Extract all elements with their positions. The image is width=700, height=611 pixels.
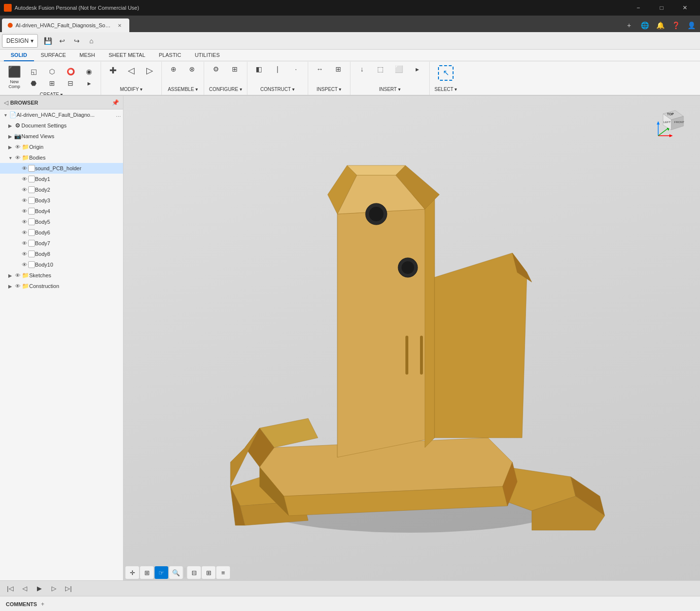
create-more-button[interactable]: ▸ xyxy=(80,78,98,89)
inspect-group-header[interactable]: INSPECT ▾ xyxy=(315,86,343,93)
configure-group-header[interactable]: CONFIGURE ▾ xyxy=(207,86,244,93)
browser-body2-item[interactable]: ▶ 👁 Body2 xyxy=(0,184,123,195)
configure-btn2[interactable]: ⊞ xyxy=(226,64,244,74)
body4-visibility-icon[interactable]: 👁 xyxy=(20,208,28,214)
bell-icon[interactable]: 🔔 xyxy=(653,18,667,32)
construct-point-button[interactable]: · xyxy=(287,64,305,74)
browser-body10-item[interactable]: ▶ 👁 Body10 xyxy=(0,259,123,270)
body5-visibility-icon[interactable]: 👁 xyxy=(20,219,28,225)
home-button[interactable]: ⌂ xyxy=(85,34,98,48)
inspect-measure-button[interactable]: ↔ xyxy=(311,64,329,74)
assemble-joint-button[interactable]: ⊕ xyxy=(165,64,182,74)
browser-sketches-item[interactable]: ▶ 👁 📁 Sketches xyxy=(0,270,123,281)
create-new-component-button[interactable]: ⬛ NewComp xyxy=(5,64,24,91)
viewport[interactable]: TOP LEFT FRONT ✛ ⊞ ☞ 🔍 ⊟ ⊞ ≡ xyxy=(123,96,700,580)
insert-group-header[interactable]: INSERT ▾ xyxy=(377,86,402,93)
globe-icon[interactable]: 🌐 xyxy=(638,18,651,32)
browser-body3-item[interactable]: ▶ 👁 Body3 xyxy=(0,195,123,206)
root-options-icon[interactable]: … xyxy=(116,112,121,118)
display-settings-button[interactable]: ≡ xyxy=(216,566,230,579)
body10-checkbox[interactable] xyxy=(28,261,35,268)
body2-visibility-icon[interactable]: 👁 xyxy=(20,187,28,193)
create-extrude-button[interactable]: ⬡ xyxy=(43,66,61,77)
minimize-button[interactable]: − xyxy=(627,0,649,16)
browser-body5-item[interactable]: ▶ 👁 Body5 xyxy=(0,216,123,227)
modify-press-pull-button[interactable]: ✚ xyxy=(104,64,122,77)
create-web-button[interactable]: ⊟ xyxy=(62,78,79,89)
inspect-interference-button[interactable]: ⊞ xyxy=(330,64,347,74)
timeline-end-button[interactable]: ▷| xyxy=(62,582,75,595)
body6-visibility-icon[interactable]: 👁 xyxy=(20,230,28,235)
look-at-tool-button[interactable]: ⊞ xyxy=(140,566,154,579)
tab-utilities[interactable]: UTILITIES xyxy=(188,50,227,61)
create-loft-button[interactable]: ⬣ xyxy=(25,78,42,89)
browser-body1-item[interactable]: ▶ 👁 Body1 xyxy=(0,174,123,184)
grid-display-button[interactable]: ⊞ xyxy=(202,566,215,579)
browser-construction-item[interactable]: ▶ 👁 📁 Construction xyxy=(0,281,123,291)
active-tab[interactable]: AI-driven_HVAC_Fault_Diagnosis_Sound_Ana… xyxy=(2,18,129,32)
origin-visibility-icon[interactable]: 👁 xyxy=(14,144,21,150)
construct-plane-button[interactable]: ◧ xyxy=(250,64,268,74)
browser-bodies-item[interactable]: ▾ 👁 📁 Bodies xyxy=(0,152,123,163)
insert-derive-button[interactable]: ↓ xyxy=(353,64,371,74)
body1-checkbox[interactable] xyxy=(28,176,35,182)
orbit-tool-button[interactable]: ✛ xyxy=(125,566,139,579)
view-cube-gizmo[interactable]: TOP LEFT FRONT xyxy=(648,102,692,145)
body4-checkbox[interactable] xyxy=(28,208,35,215)
body1-visibility-icon[interactable]: 👁 xyxy=(20,176,28,182)
modify-group-header[interactable]: MODIFY ▾ xyxy=(118,86,144,93)
browser-body7-item[interactable]: ▶ 👁 Body7 xyxy=(0,238,123,249)
timeline-prev-button[interactable]: ◁ xyxy=(18,582,31,595)
pan-tool-button[interactable]: ☞ xyxy=(155,566,168,579)
browser-collapse-button[interactable]: ◁ xyxy=(4,99,8,106)
zoom-tool-button[interactable]: 🔍 xyxy=(169,566,183,579)
select-button[interactable]: ↖ xyxy=(436,64,455,82)
new-tab-button[interactable]: + xyxy=(622,18,636,32)
create-group-header[interactable]: CREATE ▾ xyxy=(38,91,65,96)
body7-checkbox[interactable] xyxy=(28,240,35,247)
browser-pin-button[interactable]: 📌 xyxy=(112,99,119,106)
modify-fillet-button[interactable]: ◁ xyxy=(122,64,140,77)
close-button[interactable]: ✕ xyxy=(674,0,696,16)
create-rib-button[interactable]: ⊞ xyxy=(43,78,61,89)
timeline-play-button[interactable]: ▶ xyxy=(33,582,46,595)
browser-body8-item[interactable]: ▶ 👁 Body8 xyxy=(0,249,123,259)
user-icon[interactable]: 👤 xyxy=(684,18,698,32)
tab-mesh[interactable]: MESH xyxy=(73,50,102,61)
tab-surface[interactable]: SURFACE xyxy=(34,50,73,61)
configure-btn[interactable]: ⚙ xyxy=(208,64,225,74)
sound-pcb-checkbox[interactable] xyxy=(28,165,35,172)
body10-visibility-icon[interactable]: 👁 xyxy=(20,262,28,268)
construct-axis-button[interactable]: | xyxy=(269,64,286,74)
body3-visibility-icon[interactable]: 👁 xyxy=(20,198,28,203)
browser-named-views-item[interactable]: ▶ 📷 Named Views xyxy=(0,131,123,142)
select-group-header[interactable]: SELECT ▾ xyxy=(433,86,459,93)
create-sketch-button[interactable]: ◱ xyxy=(25,66,42,77)
browser-origin-item[interactable]: ▶ 👁 📁 Origin xyxy=(0,142,123,152)
browser-doc-settings-item[interactable]: ▶ ⚙ Document Settings xyxy=(0,120,123,131)
timeline-next-button[interactable]: ▷ xyxy=(48,582,60,595)
fit-view-button[interactable]: ⊟ xyxy=(187,566,201,579)
body7-visibility-icon[interactable]: 👁 xyxy=(20,240,28,246)
create-sweep-button[interactable]: ◉ xyxy=(80,66,98,77)
body3-checkbox[interactable] xyxy=(28,197,35,204)
modify-chamfer-button[interactable]: ▷ xyxy=(141,64,158,77)
timeline-start-button[interactable]: |◁ xyxy=(4,582,17,595)
maximize-button[interactable]: □ xyxy=(650,0,673,16)
bodies-visibility-icon[interactable]: 👁 xyxy=(14,155,21,161)
help-icon[interactable]: ❓ xyxy=(669,18,682,32)
assemble-rigid-button[interactable]: ⊗ xyxy=(183,64,201,74)
browser-body4-item[interactable]: ▶ 👁 Body4 xyxy=(0,206,123,216)
insert-decal-button[interactable]: ⬜ xyxy=(390,64,408,74)
tab-plastic[interactable]: PLASTIC xyxy=(152,50,188,61)
body5-checkbox[interactable] xyxy=(28,218,35,225)
body8-visibility-icon[interactable]: 👁 xyxy=(20,251,28,257)
undo-button[interactable]: ↩ xyxy=(55,34,69,48)
tab-solid[interactable]: SOLID xyxy=(4,50,34,61)
design-dropdown[interactable]: DESIGN ▾ xyxy=(2,34,38,48)
insert-more-button[interactable]: ▸ xyxy=(409,64,426,74)
construct-group-header[interactable]: CONSTRUCT ▾ xyxy=(259,86,297,93)
create-revolve-button[interactable]: ⭕ xyxy=(62,66,79,77)
redo-button[interactable]: ↪ xyxy=(70,34,84,48)
body2-checkbox[interactable] xyxy=(28,186,35,193)
